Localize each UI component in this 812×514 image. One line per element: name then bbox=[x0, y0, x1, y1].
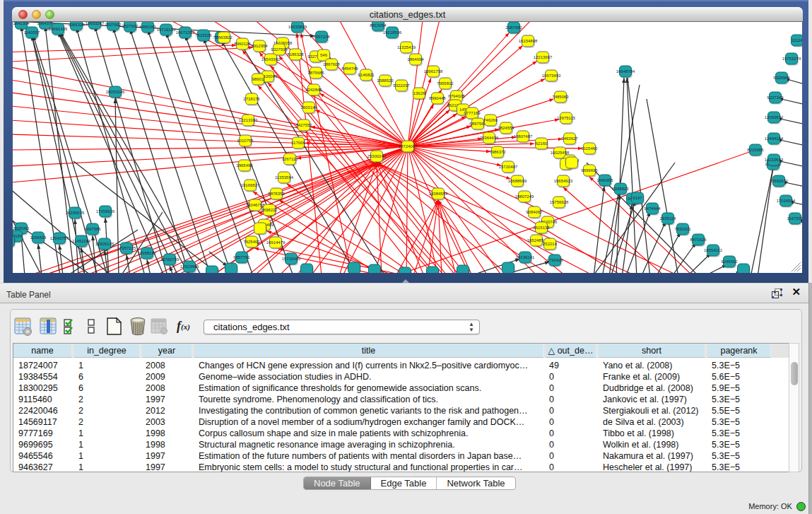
svg-text:11325419: 11325419 bbox=[397, 45, 416, 49]
svg-text:1841304: 1841304 bbox=[13, 21, 30, 25]
svg-text:1065326: 1065326 bbox=[68, 23, 85, 27]
svg-text:19384554: 19384554 bbox=[429, 192, 448, 196]
svg-text:8427552: 8427552 bbox=[295, 123, 312, 127]
svg-text:2626061: 2626061 bbox=[13, 226, 30, 230]
svg-text:3267110: 3267110 bbox=[282, 157, 299, 161]
svg-text:1615132: 1615132 bbox=[533, 226, 550, 230]
svg-text:12444154: 12444154 bbox=[765, 136, 784, 141]
svg-text:8186328: 8186328 bbox=[287, 52, 304, 57]
svg-text:117006: 117006 bbox=[291, 141, 305, 145]
svg-text:9329966: 9329966 bbox=[773, 76, 790, 80]
svg-text:12942757: 12942757 bbox=[50, 236, 69, 240]
svg-text:20206535: 20206535 bbox=[66, 211, 85, 215]
svg-text:8471626: 8471626 bbox=[690, 238, 707, 242]
svg-text:1010755: 1010755 bbox=[237, 139, 254, 143]
svg-text:9084067: 9084067 bbox=[526, 210, 543, 214]
svg-text:9245652: 9245652 bbox=[721, 259, 738, 264]
svg-text:12905135: 12905135 bbox=[95, 242, 114, 246]
svg-text:3824554: 3824554 bbox=[498, 126, 514, 130]
svg-text:7357224: 7357224 bbox=[313, 35, 330, 39]
svg-text:19218506: 19218506 bbox=[383, 30, 402, 35]
svg-text:9115460: 9115460 bbox=[582, 146, 599, 151]
svg-text:7515526: 7515526 bbox=[195, 33, 212, 37]
svg-text:1965495: 1965495 bbox=[236, 163, 253, 168]
svg-text:15720407: 15720407 bbox=[499, 165, 518, 169]
svg-text:8878352: 8878352 bbox=[268, 192, 285, 196]
svg-text:7663822: 7663822 bbox=[216, 35, 233, 40]
svg-text:18724007: 18724007 bbox=[399, 144, 418, 148]
svg-text:9227342: 9227342 bbox=[767, 95, 784, 100]
svg-text:1527602: 1527602 bbox=[122, 24, 139, 28]
svg-text:9699695: 9699695 bbox=[581, 168, 598, 173]
svg-text:20364436: 20364436 bbox=[480, 136, 499, 140]
svg-text:17016504: 17016504 bbox=[777, 199, 796, 203]
svg-text:9242845: 9242845 bbox=[305, 88, 322, 92]
svg-text:10961758: 10961758 bbox=[424, 69, 443, 74]
svg-text:2603144: 2603144 bbox=[300, 105, 317, 110]
svg-text:2087682: 2087682 bbox=[505, 25, 522, 30]
svg-text:17957225: 17957225 bbox=[117, 246, 136, 250]
svg-text:12093872: 12093872 bbox=[765, 115, 784, 119]
svg-text:9146821: 9146821 bbox=[358, 73, 375, 77]
svg-text:10653267: 10653267 bbox=[86, 21, 105, 25]
svg-text:1864094: 1864094 bbox=[407, 57, 424, 62]
svg-text:(x): (x) bbox=[181, 322, 190, 332]
svg-text:9097586: 9097586 bbox=[84, 227, 101, 231]
svg-text:1733426: 1733426 bbox=[546, 258, 563, 262]
svg-text:19654923: 19654923 bbox=[554, 179, 573, 183]
svg-text:9474444: 9474444 bbox=[644, 206, 661, 211]
svg-text:6794028: 6794028 bbox=[448, 94, 465, 98]
svg-text:9857791: 9857791 bbox=[233, 255, 250, 259]
svg-text:9777169: 9777169 bbox=[464, 111, 481, 115]
svg-text:10719155: 10719155 bbox=[157, 28, 176, 32]
svg-text:7955812: 7955812 bbox=[437, 81, 454, 86]
svg-text:25300243: 25300243 bbox=[367, 154, 387, 158]
svg-text:16671355: 16671355 bbox=[176, 30, 195, 35]
svg-text:16782759: 16782759 bbox=[160, 257, 180, 262]
svg-text:9463627: 9463627 bbox=[561, 136, 578, 141]
svg-text:10807487: 10807487 bbox=[514, 134, 533, 139]
svg-text:19756928: 19756928 bbox=[550, 200, 569, 204]
svg-text:7625402: 7625402 bbox=[243, 240, 260, 244]
svg-text:98901: 98901 bbox=[252, 77, 264, 81]
svg-text:10025458: 10025458 bbox=[551, 151, 570, 155]
svg-text:1527602: 1527602 bbox=[105, 23, 122, 27]
svg-text:1964371: 1964371 bbox=[37, 21, 54, 25]
svg-text:11124: 11124 bbox=[792, 38, 803, 42]
svg-text:15751074: 15751074 bbox=[782, 57, 801, 61]
svg-text:11353594: 11353594 bbox=[275, 175, 294, 180]
svg-text:8454749: 8454749 bbox=[341, 66, 358, 71]
svg-text:7832621: 7832621 bbox=[674, 227, 691, 231]
svg-text:8813054: 8813054 bbox=[370, 23, 387, 28]
svg-text:7986372: 7986372 bbox=[489, 150, 506, 154]
svg-text:5322037: 5322037 bbox=[393, 83, 410, 88]
svg-text:8960124: 8960124 bbox=[234, 42, 251, 46]
svg-text:18807249: 18807249 bbox=[515, 194, 534, 199]
svg-text:3698222: 3698222 bbox=[261, 208, 278, 212]
svg-text:13626: 13626 bbox=[413, 91, 425, 95]
svg-text:7485063: 7485063 bbox=[552, 95, 569, 99]
svg-text:1167533: 1167533 bbox=[787, 216, 804, 221]
svg-text:16033809: 16033809 bbox=[288, 25, 307, 29]
svg-text:8990448: 8990448 bbox=[429, 96, 446, 100]
svg-text:8215955: 8215955 bbox=[747, 148, 764, 152]
svg-text:10973493: 10973493 bbox=[542, 74, 561, 78]
svg-text:16914479: 16914479 bbox=[266, 240, 286, 245]
svg-text:2718176: 2718176 bbox=[243, 97, 260, 101]
svg-text:10958107: 10958107 bbox=[138, 251, 157, 255]
svg-text:252214: 252214 bbox=[543, 242, 558, 246]
svg-text:16154808: 16154808 bbox=[519, 39, 538, 43]
svg-text:746266: 746266 bbox=[483, 118, 498, 122]
svg-text:5938923: 5938923 bbox=[612, 187, 629, 191]
svg-text:16543382: 16543382 bbox=[261, 57, 281, 62]
svg-text:1156829: 1156829 bbox=[30, 235, 47, 240]
svg-text:15716485: 15716485 bbox=[282, 257, 301, 261]
svg-text:1640955: 1640955 bbox=[596, 178, 613, 182]
svg-text:12213967: 12213967 bbox=[534, 55, 553, 59]
svg-text:15692971: 15692971 bbox=[770, 179, 789, 183]
svg-text:8912954: 8912954 bbox=[251, 44, 268, 48]
svg-text:20053346: 20053346 bbox=[106, 90, 125, 94]
svg-text:16210643: 16210643 bbox=[765, 158, 784, 162]
svg-text:17359926: 17359926 bbox=[96, 209, 115, 214]
svg-text:10654112: 10654112 bbox=[704, 248, 723, 252]
